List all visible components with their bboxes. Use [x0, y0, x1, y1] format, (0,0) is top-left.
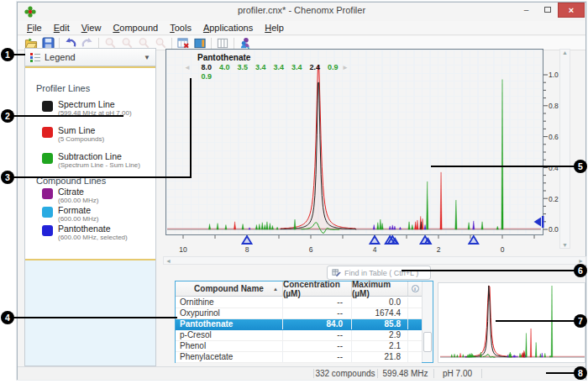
title-bar[interactable]: profiler.cnx* - Chenomx Profiler – × [18, 3, 585, 21]
callout-2-line [13, 115, 123, 117]
legend-list-icon [30, 52, 40, 62]
cluster-value[interactable]: 8.0 [197, 63, 216, 71]
minimize-button[interactable]: – [516, 3, 537, 16]
x-tick-label: 4 [373, 245, 377, 254]
legend-item-sublabel: (5 Compounds) [58, 135, 104, 143]
y-scale-handle-icon[interactable] [534, 216, 544, 228]
y-tick-label: 0.0 [549, 225, 559, 234]
menu-applications[interactable]: Applications [197, 22, 259, 34]
maximize-icon [544, 7, 551, 13]
sort-ascending-icon: ▲ [273, 287, 278, 292]
table-row[interactable]: Ornithine -- 0.0 [176, 297, 422, 308]
legend-item-sublabel: (600.00 MHz) [58, 215, 98, 223]
table-row[interactable]: Phenol -- 2.1 [176, 341, 422, 352]
legend-dropdown[interactable]: Legend ▼ [25, 49, 155, 66]
callout-3: 3 [1, 171, 14, 184]
cluster-prev-icon[interactable]: ◄ [184, 64, 191, 71]
scroll-up-icon[interactable]: ▲ [562, 50, 568, 55]
table-scrollbar[interactable] [422, 281, 433, 362]
citrate-swatch [42, 188, 53, 199]
table-row-selected[interactable]: Pantothenate 84.0 85.8 [176, 319, 422, 330]
cluster-next-icon[interactable]: ► [342, 64, 349, 71]
screenshot-stage: profiler.cnx* - Chenomx Profiler – × Fil… [0, 0, 588, 384]
info-icon: i [412, 285, 419, 292]
spectrum-horizontal-scrollbar[interactable]: ◄► [163, 256, 586, 265]
column-header-label: Maximum (µM) [352, 280, 407, 298]
legend-item-label: Citrate [58, 187, 98, 197]
legend-item-label: Spectrum Line [58, 100, 132, 109]
table-scrollbar-thumb[interactable] [423, 332, 432, 352]
cell-maximum: 21.8 [352, 352, 408, 362]
scroll-left-icon[interactable]: ◄ [165, 258, 171, 264]
menu-bar: File Edit View Compound Tools Applicatio… [18, 21, 585, 35]
cell-maximum: 2.9 [352, 330, 408, 340]
status-ph: pH 7.00 [433, 369, 481, 378]
legend-item-subtraction-line[interactable]: Subtraction Line (Spectrum Line - Sum Li… [42, 152, 140, 169]
menu-file[interactable]: File [21, 22, 48, 34]
callout-3-line-vertical [190, 78, 192, 178]
chevron-down-icon: ▼ [144, 54, 150, 61]
close-button[interactable]: × [558, 3, 585, 18]
menu-tools[interactable]: Tools [164, 22, 197, 34]
menu-view[interactable]: View [76, 22, 108, 34]
y-tick-label: 0.6 [549, 133, 559, 141]
callout-4-line [13, 317, 177, 318]
legend-dropdown-label: Legend [45, 52, 76, 62]
scroll-right-icon[interactable]: ► [578, 258, 584, 264]
sum-line-swatch [42, 127, 53, 138]
legend-item-sublabel: (600.00 MHz) [58, 197, 98, 204]
cluster-value[interactable]: 3.4 [252, 63, 270, 71]
table-row[interactable]: Oxypurinol -- 1674.4 [176, 308, 422, 319]
legend-item-pantothenate[interactable]: Pantothenate (600.00 MHz, selected) [42, 224, 128, 241]
callout-3-line [13, 176, 192, 178]
menu-help[interactable]: Help [259, 22, 290, 34]
status-frequency: 599.48 MHz [377, 369, 433, 378]
app-window: profiler.cnx* - Chenomx Profiler – × Fil… [17, 2, 586, 380]
legend-item-formate[interactable]: Formate (600.00 MHz) [42, 206, 98, 223]
find-in-table-box[interactable]: Find in Table ( Ctrl+L ) [327, 266, 431, 280]
spectrum-plot[interactable]: 1.0 0.8 0.6 0.4 0.2 0.0 10 8 6 4 2 0 [165, 47, 570, 255]
window-title: profiler.cnx* - Chenomx Profiler [18, 5, 585, 15]
cluster-value[interactable]: 3.4 [288, 63, 307, 71]
status-compound-count: 332 compounds [313, 369, 377, 378]
y-tick-label: 0.8 [549, 102, 559, 110]
menu-edit[interactable]: Edit [48, 22, 76, 34]
legend-item-sublabel: (Spectrum Line - Sum Line) [58, 161, 140, 169]
callout-1-line [13, 54, 25, 55]
maximize-button[interactable] [537, 3, 558, 16]
menu-compound[interactable]: Compound [107, 22, 164, 34]
table-row[interactable]: Phenylacetate -- 21.8 [176, 352, 422, 363]
cluster-value[interactable]: 3.5 [234, 63, 252, 71]
legend-item-label: Formate [58, 206, 98, 215]
column-header-info[interactable]: i [408, 281, 422, 296]
overview-spectrum-panel[interactable] [438, 282, 585, 363]
table-row[interactable]: p-Cresol -- 2.9 [176, 330, 422, 341]
spectrum-vertical-scrollbar[interactable]: ▲▼ [559, 49, 570, 249]
cluster-value[interactable]: 0.9 [324, 63, 343, 71]
compound-table: Compound Name ▲ Concentration (µM) Maxim… [175, 281, 433, 363]
y-tick-label: 1.0 [549, 71, 559, 79]
column-header-maximum[interactable]: Maximum (µM) [352, 281, 408, 296]
scroll-down-icon[interactable]: ▼ [562, 242, 568, 248]
status-bar: 332 compounds 599.48 MHz pH 7.00 [18, 366, 585, 380]
cluster-values-row: 8.0 4.0 3.5 3.4 3.4 3.4 2.4 0.9 [197, 63, 342, 71]
legend-item-label: Pantothenate [58, 224, 128, 234]
cell-concentration: -- [283, 297, 352, 308]
cluster-compound-name: Pantothenate [197, 53, 250, 62]
legend-item-label: Sum Line [58, 126, 104, 135]
status-separator [481, 369, 482, 378]
toolbar-separator [98, 38, 99, 49]
cluster-value[interactable]: 2.4 [306, 63, 324, 71]
column-header-concentration[interactable]: Concentration (µM) [283, 281, 352, 296]
cell-maximum: 0.0 [352, 297, 408, 308]
column-header-compound-name[interactable]: Compound Name ▲ [176, 281, 283, 296]
toolbar-separator [59, 38, 60, 49]
legend-item-spectrum-line[interactable]: Spectrum Line (599.48 MHz at pH 7.00) [42, 100, 132, 117]
callout-6: 6 [574, 264, 587, 277]
cluster-value[interactable]: 3.4 [270, 63, 288, 71]
legend-panel: Legend ▼ Profiler Lines Spectrum Line (5… [24, 48, 156, 366]
cluster-value[interactable]: 4.0 [216, 63, 234, 71]
legend-item-citrate[interactable]: Citrate (600.00 MHz) [42, 187, 98, 204]
cluster-value[interactable]: 0.9 [197, 72, 216, 81]
legend-item-sum-line[interactable]: Sum Line (5 Compounds) [42, 126, 104, 143]
